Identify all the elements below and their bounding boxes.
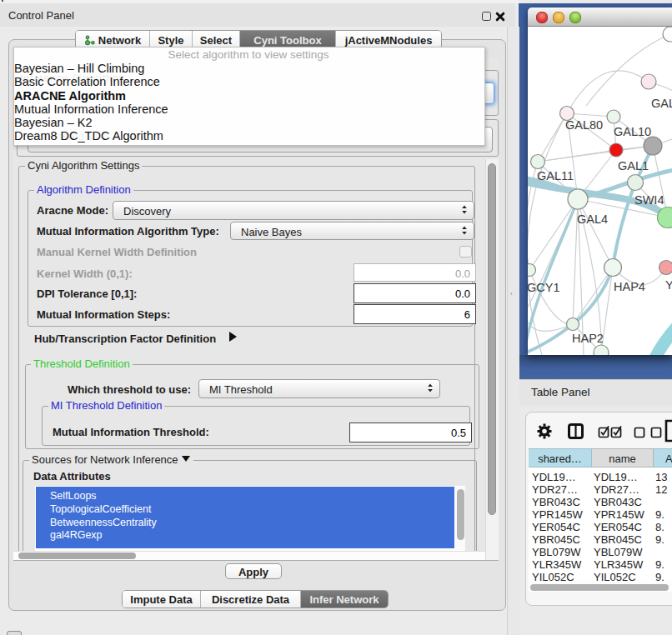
svg-text:GAL: GAL bbox=[651, 97, 672, 110]
svg-text:GAL1: GAL1 bbox=[618, 159, 649, 172]
svg-text:GAL10: GAL10 bbox=[614, 125, 651, 138]
svg-text:Y: Y bbox=[665, 278, 672, 292]
svg-text:HAP4: HAP4 bbox=[614, 280, 645, 293]
svg-text:HAP2: HAP2 bbox=[572, 332, 604, 345]
svg-text:GCY1: GCY1 bbox=[528, 281, 560, 294]
svg-text:GAL80: GAL80 bbox=[565, 118, 603, 132]
svg-text:SWI4: SWI4 bbox=[634, 193, 664, 207]
svg-text:GAL11: GAL11 bbox=[537, 169, 574, 182]
svg-text:GAL4: GAL4 bbox=[577, 212, 608, 226]
